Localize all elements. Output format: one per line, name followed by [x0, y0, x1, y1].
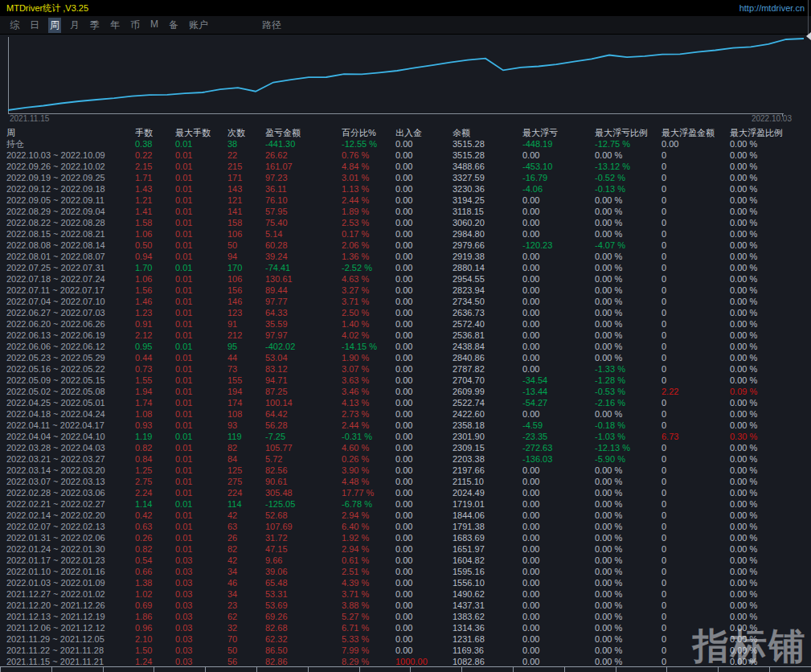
- menu-item-2[interactable]: 周: [48, 18, 61, 33]
- cell: 0.00: [522, 206, 595, 217]
- table-row[interactable]: 2021.12.06 ~ 2021.12.120.960.033282.686.…: [0, 622, 811, 633]
- cell: 1.43: [135, 183, 175, 195]
- column-header[interactable]: 最大手数: [175, 127, 227, 138]
- table-row[interactable]: 2022.07.04 ~ 2022.07.101.460.0114697.773…: [0, 296, 811, 307]
- cell: 0.00: [395, 217, 453, 228]
- table-row[interactable]: 2022.09.19 ~ 2022.09.251.710.0117197.233…: [0, 172, 811, 183]
- table-row[interactable]: 2022.04.18 ~ 2022.04.241.080.0110864.422…: [0, 408, 811, 420]
- menu-item-1[interactable]: 日: [28, 18, 41, 33]
- table-row[interactable]: 2021.11.15 ~ 2021.11.211.240.035682.868.…: [0, 656, 811, 667]
- cell: 2.24: [135, 487, 175, 498]
- menu-item-path[interactable]: 路径: [262, 18, 281, 32]
- menu-item-9[interactable]: 账户: [187, 18, 210, 33]
- cell: 0.01: [175, 161, 227, 172]
- table-row[interactable]: 2022.10.03 ~ 2022.10.090.220.012226.620.…: [0, 150, 811, 161]
- column-header[interactable]: 最大浮亏: [522, 127, 595, 138]
- table-row[interactable]: 2022.02.28 ~ 2022.03.062.240.01224305.48…: [0, 487, 811, 498]
- table-row[interactable]: 2022.05.23 ~ 2022.05.290.440.014453.041.…: [0, 352, 811, 363]
- table-row[interactable]: 2022.08.22 ~ 2022.08.281.580.0115875.402…: [0, 217, 811, 228]
- table-row[interactable]: 2021.12.27 ~ 2022.01.021.020.033453.313.…: [0, 588, 811, 600]
- table-row[interactable]: 2022.06.20 ~ 2022.06.260.910.019135.591.…: [0, 318, 811, 330]
- table-row[interactable]: 2021.11.29 ~ 2021.12.052.100.037062.325.…: [0, 633, 811, 645]
- table-row[interactable]: 2021.12.20 ~ 2021.12.260.690.032353.693.…: [0, 600, 811, 611]
- menu-item-8[interactable]: 备: [167, 18, 180, 33]
- table-row[interactable]: 2022.07.11 ~ 2022.07.171.560.0115689.443…: [0, 285, 811, 296]
- cell: 2022.02.28 ~ 2022.03.06: [6, 487, 135, 498]
- column-header[interactable]: 手数: [135, 127, 175, 138]
- table-row[interactable]: 2022.02.07 ~ 2022.02.130.630.0163107.696…: [0, 521, 811, 532]
- column-header[interactable]: 余额: [453, 127, 522, 138]
- cell: 0.00: [522, 498, 595, 510]
- menu-item-6[interactable]: 币: [129, 18, 141, 33]
- cell: 0.00 %: [730, 521, 811, 532]
- column-header[interactable]: 出入金: [395, 127, 453, 138]
- table-row[interactable]: 2022.08.15 ~ 2022.08.211.060.011065.140.…: [0, 228, 811, 240]
- table-row[interactable]: 2022.04.25 ~ 2022.05.011.740.01174100.14…: [0, 397, 811, 408]
- cell: 3488.66: [453, 161, 522, 172]
- cell: 0.01: [175, 285, 227, 296]
- column-header[interactable]: 周: [6, 127, 135, 138]
- column-header[interactable]: 最大浮亏比例: [595, 127, 661, 138]
- table-row[interactable]: 2022.08.08 ~ 2022.08.140.500.015060.282.…: [0, 240, 811, 251]
- cell: 1683.69: [453, 532, 522, 543]
- cell: 2979.66: [453, 240, 522, 251]
- cell: 0.00: [395, 273, 453, 285]
- table-row[interactable]: 2022.09.12 ~ 2022.09.181.430.0114336.111…: [0, 183, 811, 195]
- cell: 0.00: [522, 465, 595, 476]
- table-row[interactable]: 2021.11.22 ~ 2021.11.281.500.035086.507.…: [0, 645, 811, 656]
- table-row[interactable]: 2022.09.26 ~ 2022.10.022.150.01215161.07…: [0, 161, 811, 172]
- menu-item-3[interactable]: 月: [68, 18, 81, 33]
- table-row[interactable]: 2022.04.11 ~ 2022.04.170.930.019356.282.…: [0, 420, 811, 431]
- table-row[interactable]: 2022.05.16 ~ 2022.05.220.730.017383.123.…: [0, 363, 811, 375]
- table-row[interactable]: 2022.01.03 ~ 2022.01.091.380.034665.484.…: [0, 577, 811, 588]
- window-edge-divider: [808, 0, 809, 35]
- column-header[interactable]: 盈亏金额: [265, 127, 342, 138]
- table-row[interactable]: 持仓0.380.0138-441.30-12.55 %0.003515.28-4…: [0, 138, 811, 150]
- table-row[interactable]: 2022.06.13 ~ 2022.06.192.120.0121297.974…: [0, 330, 811, 341]
- cell: 1.89 %: [342, 206, 395, 217]
- table-row[interactable]: 2022.01.31 ~ 2022.02.060.260.012631.721.…: [0, 532, 811, 543]
- scroll-left-arrow-icon[interactable]: [806, 32, 811, 40]
- table-row[interactable]: 2022.02.21 ~ 2022.02.271.140.01114-125.0…: [0, 498, 811, 510]
- table-row[interactable]: 2022.06.06 ~ 2022.06.120.950.0195-402.02…: [0, 341, 811, 352]
- table-row[interactable]: 2022.05.02 ~ 2022.05.081.940.0119487.253…: [0, 386, 811, 397]
- table-header-row: 周手数最大手数次数盈亏金额百分比%出入金余额最大浮亏最大浮亏比例最大浮盈金额最大…: [0, 127, 811, 138]
- cell: 0: [661, 195, 730, 206]
- cell: 2021.11.29 ~ 2021.12.05: [6, 633, 135, 645]
- table-row[interactable]: 2022.01.17 ~ 2022.01.230.540.03429.660.6…: [0, 555, 811, 566]
- table-row[interactable]: 2022.07.25 ~ 2022.07.311.700.01170-74.41…: [0, 262, 811, 273]
- table-row[interactable]: 2022.01.10 ~ 2022.01.160.660.033439.062.…: [0, 566, 811, 577]
- menu-item-4[interactable]: 季: [88, 18, 101, 33]
- column-header[interactable]: 次数: [227, 127, 265, 138]
- table-row[interactable]: 2022.03.07 ~ 2022.03.132.750.0127590.614…: [0, 476, 811, 487]
- table-row[interactable]: 2022.07.18 ~ 2022.07.241.060.01106130.61…: [0, 273, 811, 285]
- column-header[interactable]: 百分比%: [342, 127, 395, 138]
- column-header[interactable]: 最大浮盈比例: [730, 127, 811, 138]
- table-row[interactable]: 2021.12.13 ~ 2021.12.191.860.036269.265.…: [0, 611, 811, 622]
- cell: 2.75: [135, 476, 175, 487]
- cell: 2.44 %: [342, 195, 395, 206]
- website-link[interactable]: http://mtdriver.cn: [739, 3, 805, 13]
- menu-item-7[interactable]: M: [149, 18, 160, 33]
- cell: 305.48: [265, 487, 342, 498]
- cell: 82.56: [265, 465, 342, 476]
- table-row[interactable]: 2022.02.14 ~ 2022.02.200.420.014252.682.…: [0, 510, 811, 521]
- cell: 2022.08.08 ~ 2022.08.14: [6, 240, 135, 251]
- table-row[interactable]: 2022.01.24 ~ 2022.01.300.820.018247.152.…: [0, 543, 811, 555]
- cell: 0.00 %: [730, 307, 811, 318]
- column-header[interactable]: 最大浮盈金额: [661, 127, 730, 138]
- table-row[interactable]: 2022.09.05 ~ 2022.09.111.210.0112176.102…: [0, 195, 811, 206]
- cell: -14.15 %: [342, 341, 395, 352]
- table-row[interactable]: 2022.08.01 ~ 2022.08.070.940.019439.241.…: [0, 251, 811, 262]
- table-row[interactable]: 2022.03.14 ~ 2022.03.201.250.0112582.563…: [0, 465, 811, 476]
- table-row[interactable]: 2022.04.04 ~ 2022.04.101.190.01119-7.25-…: [0, 431, 811, 442]
- table-row[interactable]: 2022.03.21 ~ 2022.03.270.840.01845.720.2…: [0, 453, 811, 465]
- table-row[interactable]: 2022.08.29 ~ 2022.09.041.410.0114157.951…: [0, 206, 811, 217]
- menu-item-5[interactable]: 年: [109, 18, 121, 33]
- menu-item-0[interactable]: 综: [8, 18, 21, 33]
- cell: 0.00: [395, 442, 453, 453]
- table-row[interactable]: 2022.03.28 ~ 2022.04.030.820.0182105.774…: [0, 442, 811, 453]
- table-row[interactable]: 2022.05.09 ~ 2022.05.151.550.0115594.713…: [0, 375, 811, 386]
- table-row[interactable]: 2022.06.27 ~ 2022.07.031.230.0112364.332…: [0, 307, 811, 318]
- cell: 1.13 %: [342, 183, 395, 195]
